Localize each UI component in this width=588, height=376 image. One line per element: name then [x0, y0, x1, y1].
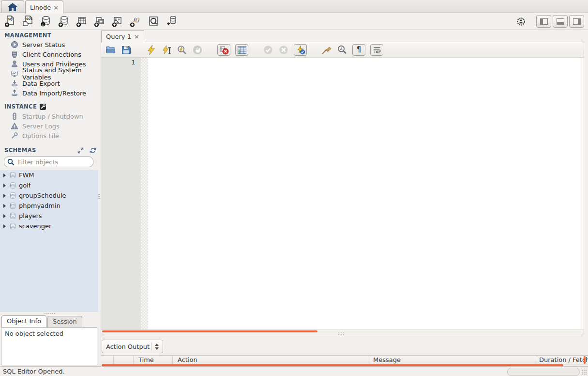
explain-plan-button[interactable] — [177, 45, 187, 55]
schema-filter-input[interactable] — [17, 158, 101, 166]
column-header-message[interactable]: Message — [368, 356, 537, 364]
sidebar-item-data-import[interactable]: Data Import/Restore — [0, 88, 98, 98]
database-icon — [9, 172, 16, 179]
column-header-time[interactable]: Time — [134, 356, 173, 364]
database-icon — [9, 222, 16, 230]
sidebar-item-label: Data Export — [22, 80, 60, 87]
save-script-button[interactable] — [121, 45, 131, 55]
toggle-word-wrap-button[interactable] — [370, 44, 383, 56]
sql-text-area[interactable] — [148, 58, 580, 329]
create-schema-button[interactable] — [58, 15, 70, 28]
schemas-title-label: SCHEMAS — [4, 147, 36, 154]
commit-button[interactable] — [263, 45, 273, 55]
schema-row-groupschedule[interactable]: groupSchedule — [0, 190, 98, 201]
export-icon — [11, 79, 18, 87]
tab-session[interactable]: Session — [47, 316, 82, 327]
expand-arrow-icon[interactable] — [3, 173, 6, 177]
schema-row-scavenger[interactable]: scavenger — [0, 221, 98, 231]
schema-row-players[interactable]: players — [0, 211, 98, 221]
toggle-left-sidebar-button[interactable] — [536, 15, 551, 28]
expand-arrow-icon[interactable] — [3, 224, 6, 228]
schema-label: golf — [19, 182, 30, 189]
client-connections-icon — [11, 50, 18, 58]
expand-arrow-icon[interactable] — [3, 184, 6, 188]
server-status-icon — [11, 41, 18, 48]
sql-editor-body[interactable]: 1 — [101, 58, 584, 329]
management-items: Server Status Client Connections Users a… — [0, 40, 98, 98]
find-and-replace-button[interactable]: A — [337, 45, 347, 55]
toggle-autocommit-button[interactable] — [294, 44, 307, 56]
selector-spinner-icon — [151, 343, 159, 350]
open-script-button[interactable] — [105, 45, 116, 55]
refresh-schemas-icon[interactable] — [90, 147, 96, 154]
close-icon[interactable]: × — [53, 4, 59, 11]
column-header-duration[interactable]: Duration / Fetch — [537, 356, 588, 364]
toggle-right-sidebar-button[interactable] — [569, 15, 584, 28]
wrench-icon — [11, 132, 18, 140]
rollback-button[interactable] — [278, 45, 289, 55]
line-number-gutter: 1 — [101, 58, 141, 329]
inspect-database-button[interactable]: i — [40, 15, 52, 28]
sidebar-item-label: Data Import/Restore — [22, 90, 86, 97]
create-function-button[interactable]: f() — [129, 15, 142, 28]
scrollbar-thumb[interactable] — [102, 330, 317, 332]
schema-row-phpmyadmin[interactable]: phpmyadmin — [0, 201, 98, 211]
editor-output-splitter-handle[interactable] — [338, 332, 344, 336]
toggle-stop-on-error-button[interactable] — [217, 44, 230, 56]
wrench-badge-icon — [40, 104, 46, 110]
toggle-invisible-characters-button[interactable]: ¶ — [352, 44, 365, 56]
search-icon — [7, 158, 15, 166]
editor-vertical-scrollbar[interactable] — [580, 58, 584, 329]
sidebar-item-client-connections[interactable]: Client Connections — [0, 49, 98, 59]
execute-current-statement-button[interactable] — [161, 45, 172, 55]
output-view-label: Action Output — [106, 343, 151, 350]
sidebar-item-startup-shutdown[interactable]: Startup / Shutdown — [0, 111, 98, 121]
output-vertical-scrollbar[interactable] — [584, 356, 586, 364]
toggle-output-area-button[interactable] — [553, 15, 568, 28]
sidebar-item-options-file[interactable]: Options File — [0, 131, 98, 141]
limit-rows-button[interactable] — [235, 44, 248, 56]
stop-execution-button[interactable] — [192, 45, 203, 55]
database-icon — [9, 182, 16, 189]
import-icon — [11, 89, 18, 97]
instance-section-title: INSTANCE — [4, 103, 96, 110]
tab-label: Object Info — [7, 317, 41, 325]
close-icon[interactable]: × — [134, 33, 139, 40]
open-sql-script-button[interactable]: SQL — [22, 15, 34, 28]
column-header-index[interactable] — [101, 356, 114, 364]
sidebar-item-server-logs[interactable]: Server Logs — [0, 121, 98, 131]
expand-arrow-icon[interactable] — [3, 214, 6, 218]
sidebar-splitter-handle[interactable] — [45, 313, 55, 314]
execute-all-button[interactable] — [146, 45, 156, 55]
expand-panel-icon[interactable] — [77, 147, 84, 154]
schema-filter[interactable] — [4, 157, 93, 167]
column-header-status[interactable] — [114, 356, 134, 364]
connection-tab-linode[interactable]: Linode × — [25, 0, 63, 14]
query-tab[interactable]: Query 1 × — [101, 30, 144, 42]
sidebar-item-server-status[interactable]: Server Status — [0, 40, 98, 49]
info-tab-strip: Object Info Session — [1, 315, 82, 327]
schema-row-fwm[interactable]: FWM — [0, 170, 98, 180]
warning-triangle-icon — [11, 122, 18, 130]
create-stored-procedure-button[interactable] — [111, 15, 124, 28]
reconnect-dbms-button[interactable] — [165, 15, 178, 28]
schema-row-golf[interactable]: golf — [0, 180, 98, 190]
output-view-selector[interactable]: Action Output — [102, 340, 163, 353]
column-header-action[interactable]: Action — [173, 356, 368, 364]
sidebar-item-label: Client Connections — [22, 51, 81, 58]
home-tab[interactable] — [1, 0, 24, 13]
expand-arrow-icon[interactable] — [3, 204, 6, 208]
schema-label: groupSchedule — [19, 192, 66, 199]
create-view-button[interactable] — [93, 15, 106, 28]
preferences-gear-button[interactable] — [514, 15, 527, 28]
sidebar-item-status-system-variables[interactable]: Status and System Variables — [0, 69, 98, 78]
search-table-data-button[interactable] — [147, 15, 160, 28]
beautify-script-button[interactable] — [321, 45, 332, 55]
tab-object-info[interactable]: Object Info — [1, 315, 46, 327]
new-query-tab-button[interactable]: SQL — [4, 15, 16, 28]
create-table-button[interactable] — [75, 15, 88, 28]
expand-arrow-icon[interactable] — [3, 194, 6, 198]
startup-shutdown-icon — [11, 112, 18, 120]
window-resize-grip[interactable] — [581, 369, 587, 375]
status-bar: SQL Editor Opened. — [0, 366, 588, 376]
